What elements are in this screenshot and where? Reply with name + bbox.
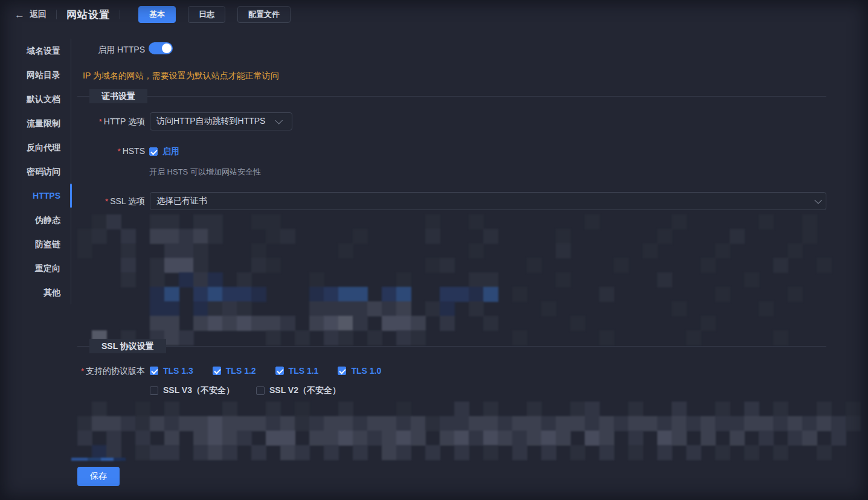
cert-section-title: 证书设置 [89, 89, 147, 103]
back-arrow-icon: ← [14, 10, 25, 20]
sidebar-item-other[interactable]: 其他 [0, 280, 71, 304]
sslv3-checkbox[interactable] [150, 386, 158, 395]
tab-config-file[interactable]: 配置文件 [237, 6, 291, 23]
header-tabs: 基本 日志 配置文件 [138, 6, 291, 23]
sslv3-label: SSL V3（不安全） [163, 385, 234, 396]
tls13-checkbox[interactable] [150, 367, 158, 375]
ssl-option-select[interactable]: 选择已有证书 [150, 192, 826, 210]
tls10-label: TLS 1.0 [351, 366, 381, 376]
sslv3-group: SSL V3（不安全） [150, 385, 234, 396]
ip-domain-warning: IP 为域名的网站，需要设置为默认站点才能正常访问 [83, 71, 279, 82]
tab-logs[interactable]: 日志 [188, 6, 225, 23]
sslv2-checkbox[interactable] [256, 386, 265, 395]
sidebar-item-site-dir[interactable]: 网站目录 [0, 63, 71, 87]
http-option-label: HTTP 选项 [70, 112, 145, 131]
sidebar-item-redirect[interactable]: 重定向 [0, 256, 71, 280]
cert-section-divider: 证书设置 [77, 89, 826, 103]
header-divider [56, 10, 57, 19]
chevron-down-icon [275, 117, 283, 124]
hsts-label: HSTS [70, 146, 145, 156]
toggle-knob [162, 43, 172, 53]
http-option-value: 访问HTTP自动跳转到HTTPS [156, 116, 265, 127]
divider-line [77, 346, 826, 347]
protocol-versions-label: 支持的协议版本 [70, 366, 145, 376]
chevron-down-icon [814, 196, 822, 204]
ssl-option-value: 选择已有证书 [156, 196, 207, 207]
sidebar-item-https[interactable]: HTTPS [0, 184, 71, 208]
tls10-group: TLS 1.0 [338, 366, 381, 376]
hsts-checkbox-label: 启用 [162, 146, 179, 157]
protocol-checkbox-row: TLS 1.3 TLS 1.2 TLS 1.1 TLS 1.0 [150, 366, 381, 376]
ssl-checkbox-row: SSL V3（不安全） SSL V2（不安全） [150, 385, 341, 396]
tls13-group: TLS 1.3 [150, 366, 193, 376]
tls11-group: TLS 1.1 [275, 366, 319, 376]
tls10-checkbox[interactable] [338, 367, 346, 375]
back-button[interactable]: ← 返回 [14, 9, 47, 20]
sidebar-item-rewrite[interactable]: 伪静态 [0, 208, 71, 232]
save-button[interactable]: 保存 [77, 467, 120, 486]
protocol-section-divider: SSL 协议设置 [77, 339, 826, 353]
sidebar-item-hotlink[interactable]: 防盗链 [0, 232, 71, 256]
sslv2-label: SSL V2（不安全） [269, 385, 341, 396]
tls12-checkbox[interactable] [213, 367, 221, 375]
redacted-blue-line [71, 458, 126, 461]
sslv2-group: SSL V2（不安全） [256, 385, 341, 396]
header-divider [120, 10, 120, 19]
https-settings-panel: 启用 HTTPS IP 为域名的网站，需要设置为默认站点才能正常访问 证书设置 … [71, 29, 868, 500]
protocol-section-title: SSL 协议设置 [89, 339, 166, 353]
sidebar-item-traffic-limit[interactable]: 流量限制 [0, 111, 71, 135]
back-label: 返回 [30, 9, 47, 20]
sidebar-item-reverse-proxy[interactable]: 反向代理 [0, 135, 71, 159]
sidebar-item-domain[interactable]: 域名设置 [0, 39, 71, 63]
http-option-select[interactable]: 访问HTTP自动跳转到HTTPS [150, 112, 292, 130]
hsts-checkbox[interactable] [149, 147, 158, 156]
enable-https-toggle[interactable] [149, 42, 173, 54]
divider-line [77, 96, 826, 97]
sidebar-item-default-doc[interactable]: 默认文档 [0, 87, 71, 111]
hsts-help-text: 开启 HSTS 可以增加网站安全性 [149, 167, 261, 178]
tls12-label: TLS 1.2 [226, 366, 256, 376]
sidebar-item-password-access[interactable]: 密码访问 [0, 159, 71, 184]
enable-https-label: 启用 HTTPS [70, 43, 145, 56]
tab-basic[interactable]: 基本 [138, 6, 176, 23]
tls11-label: TLS 1.1 [289, 366, 319, 376]
page-title: 网站设置 [66, 8, 110, 22]
tls12-group: TLS 1.2 [213, 366, 256, 376]
tls13-label: TLS 1.3 [163, 366, 193, 376]
hsts-checkbox-group: 启用 [149, 146, 179, 157]
settings-sidebar: 域名设置 网站目录 默认文档 流量限制 反向代理 密码访问 HTTPS 伪静态 … [0, 39, 71, 304]
ssl-option-label: SSL 选项 [70, 192, 145, 211]
top-bar: ← 返回 网站设置 基本 日志 配置文件 [0, 0, 868, 29]
tls11-checkbox[interactable] [275, 367, 284, 375]
